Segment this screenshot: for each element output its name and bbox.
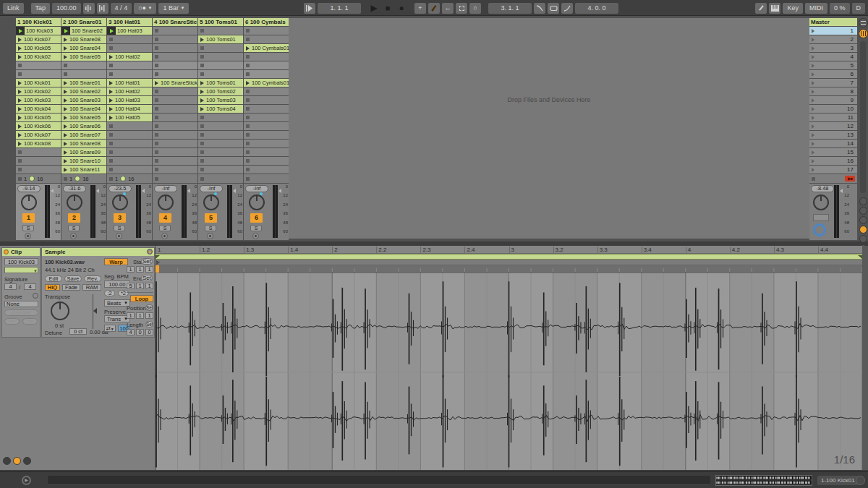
quantization-menu[interactable]: 1 Bar ▼ [158, 3, 189, 14]
clip-play-icon[interactable] [18, 38, 22, 42]
track-stop-button[interactable] [200, 177, 204, 181]
capture-button[interactable]: ○ [469, 3, 481, 14]
start-beat[interactable]: 1 [136, 266, 144, 273]
reverse-button[interactable]: Rev. [84, 275, 101, 282]
empty-clip-slot[interactable] [107, 44, 152, 52]
clip-stop-button[interactable] [246, 116, 250, 119]
empty-clip-slot[interactable] [244, 157, 289, 165]
show-envelope-box-toggle[interactable] [23, 457, 31, 465]
draw-mode-button[interactable] [755, 3, 767, 14]
clip-stop-button[interactable] [18, 150, 22, 154]
clip-stop-button[interactable] [246, 168, 250, 171]
clip-stop-button[interactable] [18, 72, 22, 76]
stop-all-clips-button[interactable] [812, 177, 815, 181]
empty-clip-slot[interactable] [61, 61, 106, 69]
scene-row[interactable]: 2 [809, 35, 857, 43]
solo-button[interactable]: S [250, 225, 262, 231]
clip-stop-button[interactable] [200, 46, 204, 50]
session-view-toggle[interactable] [859, 29, 868, 38]
clip-play-icon[interactable] [200, 81, 204, 85]
clip-stop-button[interactable] [155, 133, 158, 137]
empty-clip-slot[interactable] [153, 131, 197, 139]
clip-slot[interactable]: 100 Snare03 [61, 96, 106, 104]
clip-play-icon[interactable] [109, 116, 113, 120]
clip-slot[interactable]: 100 SnareStick [153, 79, 197, 87]
clip-stop-button[interactable] [155, 98, 158, 102]
clip-slot[interactable]: 100 Hat01 [107, 79, 152, 87]
clip-play-icon[interactable] [200, 38, 204, 42]
track-activator[interactable]: 1 [22, 213, 35, 223]
nudge-up-icon[interactable] [97, 3, 109, 14]
clip-slot[interactable]: 100 Snare04 [61, 105, 106, 113]
clip-slot[interactable]: 100 Snare08 [61, 35, 106, 43]
transpose-value[interactable]: 0 st [55, 322, 64, 329]
empty-clip-slot[interactable] [153, 27, 197, 35]
scene-row[interactable]: 15 [809, 148, 857, 156]
empty-clip-slot[interactable] [153, 61, 197, 69]
clip-play-icon[interactable] [64, 168, 67, 172]
scene-row[interactable]: 7 [809, 79, 857, 87]
clip-play-icon[interactable] [64, 46, 67, 51]
empty-clip-slot[interactable] [198, 114, 243, 121]
clip-stop-button[interactable] [155, 107, 158, 111]
clip-stop-button[interactable] [246, 150, 250, 154]
clip-slot[interactable]: 100 Kick04 [16, 105, 61, 113]
status-right-icon[interactable] [856, 476, 865, 485]
clip-play-icon[interactable] [64, 116, 67, 120]
empty-clip-slot[interactable] [244, 27, 289, 35]
volume-value[interactable]: -Inf [200, 185, 223, 192]
overdub-button[interactable]: + [414, 3, 426, 14]
clip-slot[interactable]: 100 Kick08 [16, 140, 61, 147]
volume-value[interactable]: -8.48 [811, 185, 834, 192]
clip-play-icon[interactable] [109, 98, 113, 103]
clip-play-icon[interactable] [18, 116, 22, 120]
arm-button[interactable] [25, 233, 31, 239]
empty-clip-slot[interactable] [244, 166, 289, 174]
clip-stop-button[interactable] [246, 55, 250, 59]
end-bar[interactable]: 5 [127, 283, 135, 289]
clip-slot[interactable]: 100 Toms01 [198, 79, 243, 87]
empty-clip-slot[interactable] [198, 166, 243, 174]
clip-stop-button[interactable] [200, 116, 204, 119]
stop-button[interactable]: ■ [382, 3, 393, 14]
empty-clip-slot[interactable] [244, 114, 289, 121]
empty-clip-slot[interactable] [153, 140, 197, 147]
empty-clip-slot[interactable] [198, 131, 243, 139]
scene-row[interactable]: 16 [809, 157, 857, 165]
solo-button[interactable]: S [22, 225, 34, 231]
empty-clip-slot[interactable] [153, 44, 197, 52]
clip-slot[interactable]: 100 Kick02 [16, 87, 61, 95]
clip-slot[interactable]: 100 Hat03 [107, 96, 152, 104]
detail-scrollbar[interactable] [862, 246, 868, 470]
clip-play-icon[interactable] [18, 55, 22, 59]
clip-slot[interactable]: 100 Snare02 [61, 87, 106, 95]
hot-swap-icon[interactable] [147, 249, 153, 254]
length-sixteenths[interactable]: 0 [145, 329, 153, 335]
clip-play-icon[interactable] [109, 81, 113, 85]
empty-clip-slot[interactable] [107, 157, 152, 165]
empty-clip-slot[interactable] [198, 27, 243, 35]
clip-play-icon[interactable] [18, 46, 22, 51]
clip-slot[interactable]: 100 Snare05 [61, 114, 106, 121]
scene-row[interactable]: 12 [809, 122, 857, 130]
scene-row[interactable]: 4 [809, 53, 857, 61]
clip-slot[interactable]: 100 Toms04 [198, 105, 243, 113]
clip-stop-button[interactable] [246, 133, 250, 137]
clip-play-icon[interactable] [18, 90, 22, 94]
empty-clip-slot[interactable] [244, 35, 289, 43]
position-bar[interactable]: 1 [127, 312, 135, 319]
clip-stop-button[interactable] [246, 124, 250, 128]
groove-swap-icon[interactable] [33, 293, 38, 299]
clip-play-icon[interactable] [18, 142, 22, 146]
empty-clip-slot[interactable] [153, 166, 197, 174]
volume-value[interactable]: -31.6 [63, 185, 86, 192]
empty-clip-slot[interactable] [244, 70, 289, 78]
empty-clip-slot[interactable] [198, 148, 243, 156]
clip-stop-button[interactable] [200, 55, 204, 59]
empty-clip-slot[interactable] [244, 131, 289, 139]
start-set-button[interactable]: Set [141, 258, 153, 265]
clip-stop-button[interactable] [200, 29, 204, 33]
pan-knob[interactable] [21, 194, 37, 210]
clip-stop-button[interactable] [246, 98, 250, 102]
clip-play-icon[interactable] [64, 90, 67, 94]
